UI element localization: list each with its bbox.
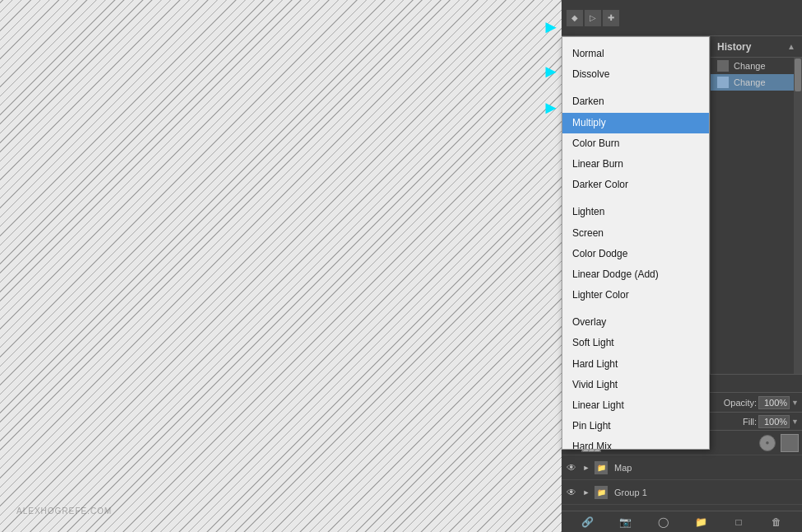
fill-arrow[interactable]: ▼ <box>791 418 799 426</box>
toolbar-icon-3[interactable]: ✚ <box>603 10 619 26</box>
blend-option-dissolve[interactable]: Dissolve <box>562 64 709 85</box>
layers-newlayer-btn[interactable]: □ <box>730 514 747 530</box>
blend-option-pin-light[interactable]: Pin Light <box>562 416 709 436</box>
history-items: Change Change <box>711 58 802 91</box>
layer-name-group1: Group 1 <box>611 488 799 497</box>
history-header: History ▲ <box>711 36 802 58</box>
canvas-pattern <box>0 0 562 532</box>
blend-option-screen[interactable]: Screen <box>562 223 709 244</box>
blend-option-multiply[interactable]: Multiply <box>562 113 709 133</box>
layer-badge-diagonal: ● <box>759 435 776 451</box>
tool-arrow-3[interactable]: ► <box>542 97 560 119</box>
opacity-arrow[interactable]: ▼ <box>791 399 799 407</box>
blend-option-color-burn[interactable]: Color Burn <box>562 133 709 154</box>
layer-visibility-group1[interactable]: 👁 <box>565 486 578 499</box>
tool-arrow-1[interactable]: ► <box>542 16 560 38</box>
blend-option-lighten[interactable]: Lighten <box>562 202 709 222</box>
blend-option-darken[interactable]: Darken <box>562 91 709 112</box>
blend-option-normal[interactable]: Normal <box>562 44 709 64</box>
blend-option-darker-color[interactable]: Darker Color <box>562 175 709 195</box>
layer-mask-diagonal <box>781 434 799 452</box>
blend-option-soft-light[interactable]: Soft Light <box>562 333 709 353</box>
layer-row-group1[interactable]: 👁 ► 📁 Group 1 <box>562 480 802 505</box>
blend-option-hard-light[interactable]: Hard Light <box>562 354 709 375</box>
history-scrollbar-thumb[interactable] <box>795 58 801 91</box>
layers-footer: 🔗 📷 ◯ 📁 □ 🗑 <box>562 511 802 532</box>
layer-icon-group1: 📁 <box>595 486 608 499</box>
layer-expand-map[interactable]: ► <box>581 463 591 473</box>
history-scroll-up[interactable]: ▲ <box>787 42 795 51</box>
opacity-input[interactable] <box>758 396 790 409</box>
blend-option-overlay[interactable]: Overlay <box>562 312 709 333</box>
history-item-1[interactable]: Change <box>711 58 802 74</box>
tool-arrow-2[interactable]: ► <box>542 61 560 82</box>
layers-camera-btn[interactable]: 📷 <box>617 514 633 530</box>
layer-row-map[interactable]: 👁 ► 📁 Map <box>562 455 802 480</box>
fill-input[interactable] <box>758 415 790 428</box>
blend-option-linear-dodge[interactable]: Linear Dodge (Add) <box>562 264 709 285</box>
toolbar-icon-2[interactable]: ▷ <box>585 10 601 26</box>
layer-name-map: Map <box>611 463 799 473</box>
layer-expand-group1[interactable]: ► <box>581 488 591 497</box>
blend-option-linear-burn[interactable]: Linear Burn <box>562 154 709 175</box>
blend-option-linear-light[interactable]: Linear Light <box>562 395 709 416</box>
layers-folder-btn[interactable]: 📁 <box>692 514 709 530</box>
history-title: History <box>717 41 751 53</box>
layers-delete-btn[interactable]: 🗑 <box>768 514 785 530</box>
layer-visibility-map[interactable]: 👁 <box>565 461 578 474</box>
blend-option-color-dodge[interactable]: Color Dodge <box>562 244 709 264</box>
blend-option-hard-mix[interactable]: Hard Mix <box>562 436 709 450</box>
history-item-2[interactable]: Change <box>711 74 802 91</box>
blend-mode-dropdown[interactable]: Normal Dissolve Darken Multiply Color Bu… <box>562 36 710 450</box>
canvas-watermark: ALEXHOGREFE.COM <box>16 506 112 516</box>
layers-link-btn[interactable]: 🔗 <box>579 514 595 530</box>
fill-label: Fill: <box>743 417 757 427</box>
layer-icon-map: 📁 <box>595 461 608 474</box>
toolbar-strip: ◆ ▷ ✚ <box>562 0 802 36</box>
history-panel: History ▲ Change Change <box>710 36 802 374</box>
canvas-area: ALEXHOGREFE.COM ► ► ► <box>0 0 562 532</box>
blend-option-vivid-light[interactable]: Vivid Light <box>562 375 709 395</box>
blend-option-lighter-color[interactable]: Lighter Color <box>562 285 709 306</box>
opacity-label: Opacity: <box>724 398 757 408</box>
toolbar-icon-1[interactable]: ◆ <box>567 10 583 26</box>
layers-adjustment-btn[interactable]: ◯ <box>655 514 671 530</box>
history-scrollbar[interactable] <box>794 58 802 374</box>
